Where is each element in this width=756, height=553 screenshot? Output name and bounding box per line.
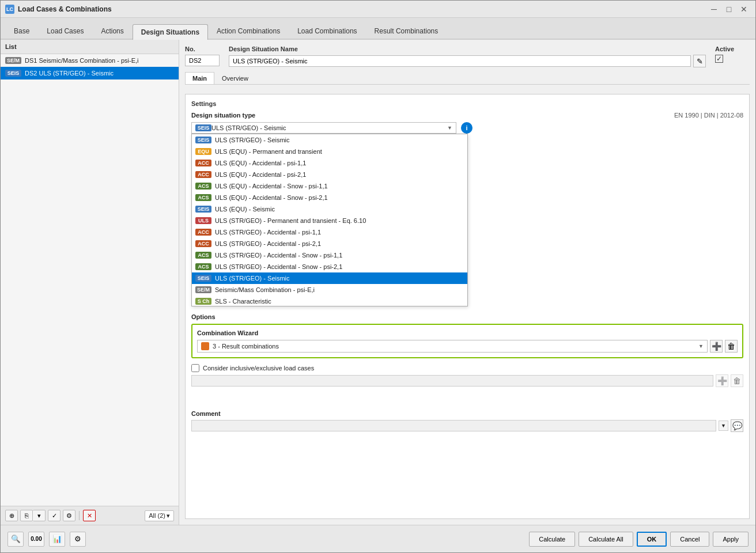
dropdown-badge-7: ULS (195, 217, 211, 224)
comment-row: ▼ 💬 (191, 419, 743, 432)
calculate-all-button[interactable]: Calculate All (579, 532, 633, 547)
inclusive-label: Consider inclusive/exclusive load cases (203, 365, 314, 372)
dropdown-label-12: ULS (STR/GEO) - Seismic (215, 275, 290, 282)
dropdown-item-3[interactable]: ACC ULS (EQU) - Accidental - psi-2,1 (192, 169, 467, 180)
inclusive-add-button[interactable]: ➕ (716, 374, 728, 387)
list-item-active[interactable]: SEIS DS2 ULS (STR/GEO) - Seismic (1, 67, 179, 79)
dropdown-item-8[interactable]: ACC ULS (STR/GEO) - Accidental - psi-1,1 (192, 226, 467, 238)
dropdown-item-0[interactable]: SEIS ULS (STR/GEO) - Seismic (192, 134, 467, 146)
copy-button[interactable]: ⎘ (20, 510, 33, 521)
dst-dropdown[interactable]: SEIS ULS (STR/GEO) - Seismic ▼ (191, 122, 456, 134)
window-title: Load Cases & Combinations (18, 5, 112, 13)
bottom-buttons: Calculate Calculate All OK Cancel Apply (529, 532, 749, 547)
dropdown-badge-6: SEIS (195, 206, 211, 213)
active-checkbox[interactable]: ✓ (715, 55, 723, 63)
name-row: ✎ (229, 55, 706, 67)
inclusive-checkbox[interactable] (191, 364, 199, 372)
wizard-color-indicator (201, 342, 209, 350)
dropdown-item-5[interactable]: ACS ULS (EQU) - Accidental - Snow - psi-… (192, 192, 467, 203)
tab-design-situations[interactable]: Design Situations (133, 24, 208, 40)
minimize-button[interactable]: ─ (707, 3, 721, 15)
add-button[interactable]: ⊕ (5, 510, 18, 521)
name-input[interactable] (229, 55, 691, 67)
comment-input[interactable] (191, 420, 716, 431)
dropdown-item-12[interactable]: SEIS ULS (STR/GEO) - Seismic (192, 272, 467, 284)
dropdown-badge-3: ACC (195, 171, 211, 178)
delete-button[interactable]: ✕ (83, 510, 96, 521)
apply-button[interactable]: Apply (713, 532, 749, 547)
no-input[interactable] (185, 55, 220, 66)
dropdown-item-10[interactable]: ACS ULS (STR/GEO) - Accidental - Snow - … (192, 249, 467, 261)
check-button[interactable]: ✓ (48, 510, 61, 521)
left-panel: List SE/M DS1 Seismic/Mass Combination -… (1, 40, 179, 525)
edit-button[interactable]: ✎ (693, 55, 706, 67)
tab-actions[interactable]: Actions (92, 23, 132, 39)
dropdown-badge-8: ACC (195, 229, 211, 236)
comment-button[interactable]: 💬 (731, 419, 743, 432)
inclusive-row: Consider inclusive/exclusive load cases (191, 364, 743, 372)
wizard-label: Combination Wizard (197, 329, 738, 336)
value-tool-button[interactable]: 0.00 (28, 532, 44, 547)
ds-name-section: Design Situation Name ✎ (229, 46, 706, 67)
list-items: SE/M DS1 Seismic/Mass Combination - psi-… (1, 54, 179, 506)
chart-tool-button[interactable]: 📊 (49, 532, 65, 547)
dropdown-item-13[interactable]: SE/M Seismic/Mass Combination - psi-E,i (192, 284, 467, 296)
info-button[interactable]: i (461, 122, 472, 134)
wizard-dropdown[interactable]: 3 - Result combinations ▼ (197, 340, 708, 353)
filter-dropdown[interactable]: All (2) ▾ (145, 510, 174, 521)
tab-sub-overview[interactable]: Overview (214, 72, 256, 84)
inclusive-controls: ➕ 🗑 (191, 374, 743, 387)
settings-button[interactable]: ⚙ (63, 510, 75, 521)
list-badge-seis: SEIS (5, 70, 21, 77)
cancel-button[interactable]: Cancel (670, 532, 709, 547)
tab-bar: Base Load Cases Actions Design Situation… (1, 18, 755, 40)
tab-load-combinations[interactable]: Load Combinations (289, 23, 365, 39)
dropdown-label-1: ULS (EQU) - Permanent and transient (215, 148, 322, 155)
dropdown-item-2[interactable]: ACC ULS (EQU) - Accidental - psi-1,1 (192, 157, 467, 169)
comment-label: Comment (191, 410, 743, 417)
dropdown-label-0: ULS (STR/GEO) - Seismic (215, 137, 290, 143)
list-item-active-label: DS2 ULS (STR/GEO) - Seismic (25, 70, 114, 77)
options-section: Options Combination Wizard 3 - Result co… (191, 313, 743, 387)
wizard-value: 3 - Result combinations (213, 343, 695, 350)
search-tool-button[interactable]: 🔍 (7, 532, 24, 547)
checkmark-icon: ✓ (716, 55, 722, 63)
tab-result-combinations[interactable]: Result Combinations (366, 23, 447, 39)
close-button[interactable]: ✕ (737, 3, 751, 15)
dropdown-item-9[interactable]: ACC ULS (STR/GEO) - Accidental - psi-2,1 (192, 238, 467, 249)
tab-action-combinations[interactable]: Action Combinations (208, 23, 289, 39)
dropdown-label-6: ULS (EQU) - Seismic (215, 206, 275, 213)
maximize-button[interactable]: □ (722, 3, 736, 15)
dropdown-item-14[interactable]: S Ch SLS - Characteristic (192, 296, 467, 306)
tab-sub-main[interactable]: Main (185, 72, 214, 84)
title-bar-left: LC Load Cases & Combinations (5, 5, 112, 14)
wizard-add-button[interactable]: ➕ (710, 340, 723, 353)
dropdown-label-7: ULS (STR/GEO) - Permanent and transient … (215, 217, 366, 224)
tab-base[interactable]: Base (5, 23, 38, 39)
dropdown-item-7[interactable]: ULS ULS (STR/GEO) - Permanent and transi… (192, 215, 467, 226)
combination-wizard-box: Combination Wizard 3 - Result combinatio… (191, 324, 743, 358)
tab-load-cases[interactable]: Load Cases (38, 23, 92, 39)
active-label: Active (715, 46, 750, 52)
dropdown-item-4[interactable]: ACS ULS (EQU) - Accidental - Snow - psi-… (192, 180, 467, 192)
dst-dropdown-row: SEIS ULS (STR/GEO) - Seismic ▼ i (191, 122, 743, 134)
dropdown-label-8: ULS (STR/GEO) - Accidental - psi-1,1 (215, 229, 321, 236)
dropdown-item-11[interactable]: ACS ULS (STR/GEO) - Accidental - Snow - … (192, 261, 467, 272)
inclusive-input[interactable] (191, 375, 713, 387)
inclusive-delete-button[interactable]: 🗑 (731, 374, 743, 387)
dropdown-item-1[interactable]: EQU ULS (EQU) - Permanent and transient (192, 146, 467, 157)
dropdown-item-6[interactable]: SEIS ULS (EQU) - Seismic (192, 203, 467, 215)
wizard-delete-button[interactable]: 🗑 (725, 340, 738, 353)
copy-arrow-button[interactable]: ▾ (33, 510, 46, 521)
list-item[interactable]: SE/M DS1 Seismic/Mass Combination - psi-… (1, 54, 179, 67)
dropdown-label-5: ULS (EQU) - Accidental - Snow - psi-2,1 (215, 194, 328, 201)
config-tool-button[interactable]: ⚙ (70, 532, 86, 547)
ok-button[interactable]: OK (637, 532, 667, 547)
calculate-button[interactable]: Calculate (529, 532, 575, 547)
dropdown-label-2: ULS (EQU) - Accidental - psi-1,1 (215, 160, 306, 166)
dropdown-label-13: Seismic/Mass Combination - psi-E,i (215, 286, 315, 293)
settings-title: Settings (191, 100, 743, 107)
wizard-arrow-icon: ▼ (698, 343, 704, 349)
comment-section: Comment ▼ 💬 (191, 410, 743, 432)
left-toolbar: ⊕ ⎘ ▾ ✓ ⚙ ✕ All (2) ▾ (1, 506, 179, 525)
